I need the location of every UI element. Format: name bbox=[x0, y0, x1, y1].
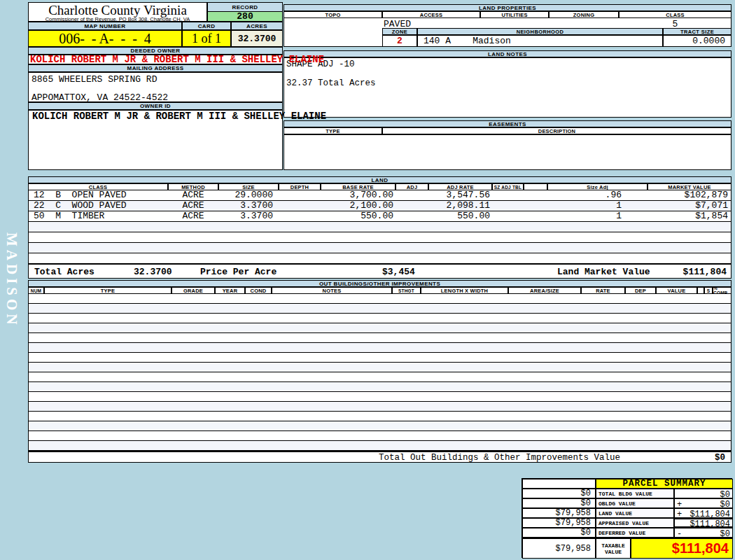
col-ob-length-width: LENGTH X WIDTH bbox=[421, 287, 508, 294]
ps-value-deferred: - $0 bbox=[674, 528, 733, 538]
out-buildings-title: OUT BUILDINGS/OTHER IMPROVEMENTS bbox=[28, 280, 732, 287]
land-market-value: $7,071 bbox=[637, 201, 728, 211]
land-notes-box: SHAPE ADJ -10 32.37 Total Acres bbox=[284, 57, 732, 118]
ps-label-deferred: DEFERRED VALUE bbox=[596, 528, 674, 538]
col-zoning: ZONING bbox=[549, 11, 619, 18]
ps-label-appraised: APPRAISED VALUE bbox=[596, 518, 674, 528]
owner-id-box: KOLICH ROBERT M JR & ROBERT M III & SHEL… bbox=[28, 110, 283, 170]
col-ob-num: NUM bbox=[28, 287, 44, 294]
out-buildings-rows-area bbox=[28, 294, 732, 451]
owner-id-value: KOLICH ROBERT M JR & ROBERT M III & SHEL… bbox=[32, 111, 326, 121]
ps-value-taxable: $111,804 bbox=[631, 538, 733, 559]
col-ob-type: TYPE bbox=[44, 287, 172, 294]
land-row-1: 12 B OPEN PAVED ACRE 29.0000 3,700.00 3,… bbox=[28, 190, 732, 201]
parcel-record-card: MADISON Charlotte County Virginia Commis… bbox=[0, 0, 735, 560]
ps-left-land: $79,958 bbox=[522, 508, 596, 518]
deeded-owner-row: KOLICH ROBERT M JR & ROBERT M III & SHEL… bbox=[28, 55, 283, 64]
col-topo: TOPO bbox=[284, 11, 382, 18]
land-adj-rate: 2,098.11 bbox=[406, 201, 490, 211]
land-market-value-total: $111,804 bbox=[683, 267, 727, 277]
neighborhood-label: NEIGHBORHOOD bbox=[417, 28, 663, 35]
land-class: 22 C WOOD PAVED bbox=[34, 201, 127, 211]
ob-total-value: $0 bbox=[715, 453, 725, 463]
col-class: CLASS bbox=[619, 11, 732, 18]
col-ob-rate: RATE bbox=[581, 287, 625, 294]
land-class: 12 B OPEN PAVED bbox=[34, 190, 127, 200]
col-ob-blank bbox=[697, 287, 704, 294]
land-size: 3.3700 bbox=[203, 211, 273, 221]
ps-left-appraised: $79,958 bbox=[522, 518, 596, 528]
total-acres-label: Total Acres bbox=[34, 267, 94, 277]
district-watermark: MADISON bbox=[3, 232, 20, 328]
land-size: 3.3700 bbox=[203, 201, 273, 211]
ps-label-obldg: OBLDG VALUE bbox=[596, 498, 674, 508]
ob-total-label: Total Out Buildings & Other Improvements… bbox=[379, 453, 620, 463]
acres-label: ACRES bbox=[231, 22, 283, 30]
land-market-value: $102,879 bbox=[637, 190, 728, 200]
zone-label: ZONE bbox=[382, 28, 417, 35]
acres-value: 32.3700 bbox=[231, 30, 283, 47]
col-land-blank bbox=[524, 183, 547, 190]
deeded-owner-value: KOLICH ROBERT M JR & ROBERT M III & SHEL… bbox=[30, 55, 324, 64]
price-per-acre-value: $3,454 bbox=[382, 267, 415, 277]
ps-label-land: LAND VALUE bbox=[596, 508, 674, 518]
land-totals-row: Total Acres 32.3700 Price Per Acre $3,45… bbox=[28, 264, 732, 279]
land-adj-rate: 3,547.56 bbox=[406, 190, 490, 200]
tract-size-label: TRACT SIZE bbox=[663, 28, 732, 35]
record-label: RECORD bbox=[207, 2, 283, 12]
col-ob-area-size: AREA/SIZE bbox=[508, 287, 581, 294]
land-size-adj: 1 bbox=[546, 201, 622, 211]
tract-size-value: 0.0000 bbox=[663, 35, 732, 47]
col-ob-year: YEAR bbox=[215, 287, 245, 294]
land-size-adj: 1 bbox=[546, 211, 622, 221]
ps-label-total-bldg: TOTAL BLDG VALUE bbox=[596, 489, 674, 498]
land-market-value-label: Land Market Value bbox=[557, 267, 650, 277]
ps-left-obldg: $0 bbox=[522, 498, 596, 508]
ps-value-obldg: + $0 bbox=[674, 498, 733, 508]
col-access: ACCESS bbox=[382, 11, 480, 18]
ps-left-deferred: $0 bbox=[522, 528, 596, 538]
col-land-adj: ADJ bbox=[396, 183, 428, 190]
col-ob-notes: NOTES bbox=[272, 287, 392, 294]
land-size: 29.0000 bbox=[203, 190, 273, 200]
mailing-address-box: 8865 WHEELERS SPRING RD APPOMATTOX, VA 2… bbox=[28, 72, 283, 102]
col-easement-type: TYPE bbox=[284, 127, 382, 134]
ps-left-total-bldg: $0 bbox=[522, 489, 596, 498]
card-value: 1 of 1 bbox=[182, 30, 231, 47]
land-row-2: 22 C WOOD PAVED ACRE 3.3700 2,100.00 2,0… bbox=[28, 201, 732, 211]
easements-box bbox=[284, 134, 732, 170]
land-note-line-2: 32.37 Total Acres bbox=[286, 78, 376, 88]
land-adj-rate: 550.00 bbox=[406, 211, 490, 221]
neighborhood-value: 140 A Madison bbox=[417, 35, 663, 47]
address-line-2: APPOMATTOX, VA 24522-4522 bbox=[31, 92, 168, 103]
county-title: Charlotte County Virginia bbox=[29, 4, 206, 17]
ps-left-taxable: $79,958 bbox=[522, 538, 596, 559]
map-number-value: 006- - A- - - 4 bbox=[28, 30, 182, 47]
col-ob-sthgt: STHGT bbox=[392, 287, 421, 294]
ps-value-appraised: $111,804 bbox=[674, 518, 733, 528]
card-label: CARD bbox=[182, 22, 231, 30]
col-ob-value: VALUE bbox=[656, 287, 697, 294]
map-number-label: MAP NUMBER bbox=[28, 22, 182, 30]
parcel-summary: PARCEL SUMMARY $0 TOTAL BLDG VALUE $0 $0… bbox=[522, 478, 732, 558]
total-acres-value: 32.3700 bbox=[134, 267, 172, 277]
land-row-3: 50 M TIMBER ACRE 3.3700 550.00 550.00 1 … bbox=[28, 211, 732, 222]
ps-value-land: + $111,804 bbox=[674, 508, 733, 518]
land-class: 50 M TIMBER bbox=[34, 211, 104, 221]
land-notes-title: LAND NOTES bbox=[284, 50, 732, 57]
address-line-1: 8865 WHEELERS SPRING RD bbox=[31, 74, 157, 85]
land-title: LAND bbox=[28, 176, 732, 183]
col-ob-dep: DEP bbox=[625, 287, 656, 294]
easements-title: EASEMENTS bbox=[284, 120, 732, 127]
record-value: 280 bbox=[207, 11, 283, 22]
land-base-rate: 3,700.00 bbox=[315, 190, 393, 200]
mailing-address-label: MAILING ADDRESS bbox=[28, 64, 283, 72]
col-land-sz-adj-tbl: SZ ADJ TBL bbox=[492, 183, 524, 190]
col-utilities: UTILITIES bbox=[480, 11, 549, 18]
owner-id-label: OWNER ID bbox=[28, 102, 283, 110]
col-ob-pct-comp: % COMP bbox=[713, 287, 732, 294]
land-base-rate: 2,100.00 bbox=[315, 201, 393, 211]
ps-value-total-bldg: $0 bbox=[674, 489, 733, 498]
col-ob-s: S bbox=[704, 287, 713, 294]
ps-left-blank bbox=[522, 479, 596, 489]
